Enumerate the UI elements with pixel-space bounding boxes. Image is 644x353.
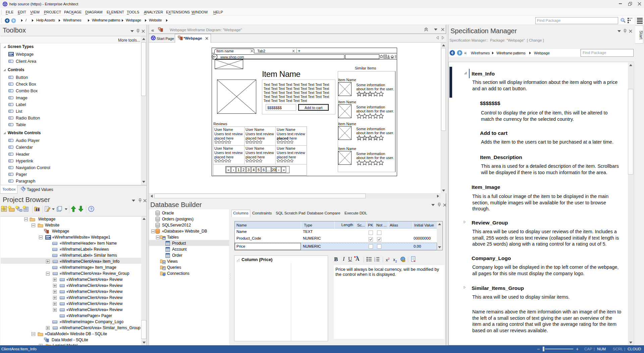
svg-text:?: ?: [90, 207, 92, 211]
svg-text:3: 3: [374, 260, 375, 262]
